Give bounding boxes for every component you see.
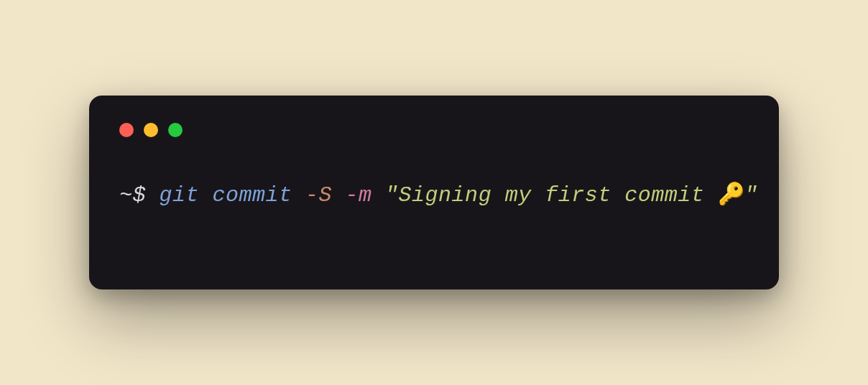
commit-message: "Signing my first commit 🔑": [385, 183, 758, 208]
shell-prompt: ~$: [119, 183, 160, 208]
maximize-icon[interactable]: [168, 123, 183, 137]
flag-sign: -S: [305, 183, 346, 208]
close-icon[interactable]: [119, 123, 134, 137]
command-line[interactable]: ~$ git commit -S -m "Signing my first co…: [119, 180, 749, 210]
git-command: git commit: [160, 183, 306, 208]
minimize-icon[interactable]: [144, 123, 158, 137]
key-icon: 🔑: [718, 183, 745, 208]
flag-message: -m: [346, 183, 386, 208]
traffic-lights: [119, 123, 749, 137]
terminal-window: ~$ git commit -S -m "Signing my first co…: [89, 96, 779, 289]
